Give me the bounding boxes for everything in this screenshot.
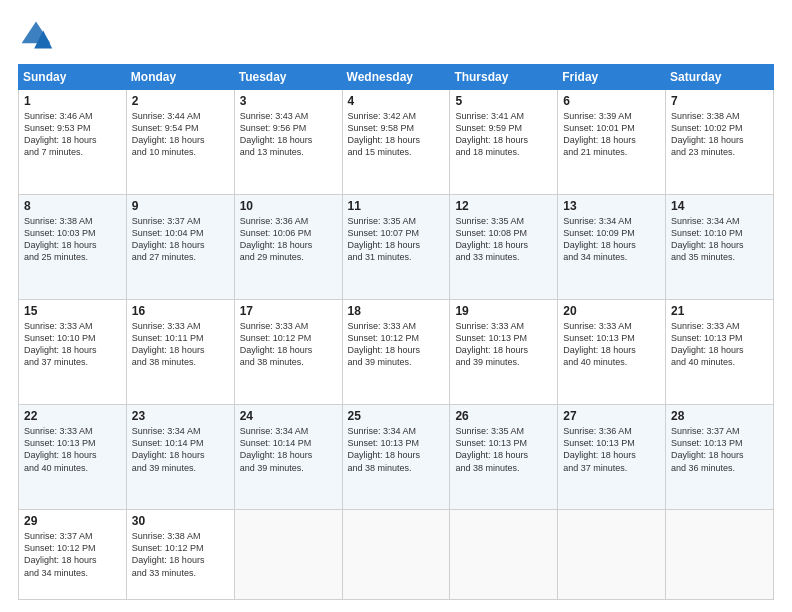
calendar-cell: 20Sunrise: 3:33 AM Sunset: 10:13 PM Dayl… <box>558 300 666 405</box>
day-detail: Sunrise: 3:44 AM Sunset: 9:54 PM Dayligh… <box>132 110 229 159</box>
calendar-cell: 17Sunrise: 3:33 AM Sunset: 10:12 PM Dayl… <box>234 300 342 405</box>
day-number: 11 <box>348 199 445 213</box>
day-detail: Sunrise: 3:35 AM Sunset: 10:13 PM Daylig… <box>455 425 552 474</box>
calendar-cell: 15Sunrise: 3:33 AM Sunset: 10:10 PM Dayl… <box>19 300 127 405</box>
day-detail: Sunrise: 3:33 AM Sunset: 10:10 PM Daylig… <box>24 320 121 369</box>
col-header-saturday: Saturday <box>666 65 774 90</box>
calendar-cell <box>342 510 450 600</box>
day-number: 6 <box>563 94 660 108</box>
day-detail: Sunrise: 3:37 AM Sunset: 10:12 PM Daylig… <box>24 530 121 579</box>
header <box>18 18 774 54</box>
calendar-cell: 14Sunrise: 3:34 AM Sunset: 10:10 PM Dayl… <box>666 195 774 300</box>
day-number: 18 <box>348 304 445 318</box>
day-number: 16 <box>132 304 229 318</box>
day-number: 24 <box>240 409 337 423</box>
calendar-cell: 22Sunrise: 3:33 AM Sunset: 10:13 PM Dayl… <box>19 405 127 510</box>
day-number: 2 <box>132 94 229 108</box>
day-number: 15 <box>24 304 121 318</box>
col-header-tuesday: Tuesday <box>234 65 342 90</box>
day-number: 13 <box>563 199 660 213</box>
calendar-cell: 29Sunrise: 3:37 AM Sunset: 10:12 PM Dayl… <box>19 510 127 600</box>
day-detail: Sunrise: 3:37 AM Sunset: 10:04 PM Daylig… <box>132 215 229 264</box>
calendar-cell: 8Sunrise: 3:38 AM Sunset: 10:03 PM Dayli… <box>19 195 127 300</box>
day-detail: Sunrise: 3:43 AM Sunset: 9:56 PM Dayligh… <box>240 110 337 159</box>
day-detail: Sunrise: 3:41 AM Sunset: 9:59 PM Dayligh… <box>455 110 552 159</box>
calendar-cell: 4Sunrise: 3:42 AM Sunset: 9:58 PM Daylig… <box>342 90 450 195</box>
day-detail: Sunrise: 3:33 AM Sunset: 10:12 PM Daylig… <box>348 320 445 369</box>
calendar-cell <box>450 510 558 600</box>
day-number: 7 <box>671 94 768 108</box>
calendar-cell: 30Sunrise: 3:38 AM Sunset: 10:12 PM Dayl… <box>126 510 234 600</box>
col-header-friday: Friday <box>558 65 666 90</box>
calendar-cell: 9Sunrise: 3:37 AM Sunset: 10:04 PM Dayli… <box>126 195 234 300</box>
calendar-cell: 28Sunrise: 3:37 AM Sunset: 10:13 PM Dayl… <box>666 405 774 510</box>
day-number: 14 <box>671 199 768 213</box>
day-detail: Sunrise: 3:38 AM Sunset: 10:03 PM Daylig… <box>24 215 121 264</box>
calendar-cell: 11Sunrise: 3:35 AM Sunset: 10:07 PM Dayl… <box>342 195 450 300</box>
day-detail: Sunrise: 3:33 AM Sunset: 10:11 PM Daylig… <box>132 320 229 369</box>
day-number: 22 <box>24 409 121 423</box>
day-number: 30 <box>132 514 229 528</box>
calendar-cell <box>234 510 342 600</box>
day-detail: Sunrise: 3:46 AM Sunset: 9:53 PM Dayligh… <box>24 110 121 159</box>
calendar-cell: 21Sunrise: 3:33 AM Sunset: 10:13 PM Dayl… <box>666 300 774 405</box>
calendar-cell: 1Sunrise: 3:46 AM Sunset: 9:53 PM Daylig… <box>19 90 127 195</box>
day-detail: Sunrise: 3:33 AM Sunset: 10:12 PM Daylig… <box>240 320 337 369</box>
logo <box>18 18 58 54</box>
page: SundayMondayTuesdayWednesdayThursdayFrid… <box>0 0 792 612</box>
calendar-cell: 13Sunrise: 3:34 AM Sunset: 10:09 PM Dayl… <box>558 195 666 300</box>
day-detail: Sunrise: 3:35 AM Sunset: 10:08 PM Daylig… <box>455 215 552 264</box>
calendar-cell: 18Sunrise: 3:33 AM Sunset: 10:12 PM Dayl… <box>342 300 450 405</box>
day-number: 21 <box>671 304 768 318</box>
col-header-wednesday: Wednesday <box>342 65 450 90</box>
day-detail: Sunrise: 3:35 AM Sunset: 10:07 PM Daylig… <box>348 215 445 264</box>
day-detail: Sunrise: 3:37 AM Sunset: 10:13 PM Daylig… <box>671 425 768 474</box>
day-number: 23 <box>132 409 229 423</box>
col-header-thursday: Thursday <box>450 65 558 90</box>
day-number: 27 <box>563 409 660 423</box>
day-number: 29 <box>24 514 121 528</box>
calendar-cell: 16Sunrise: 3:33 AM Sunset: 10:11 PM Dayl… <box>126 300 234 405</box>
day-detail: Sunrise: 3:34 AM Sunset: 10:09 PM Daylig… <box>563 215 660 264</box>
calendar-cell: 7Sunrise: 3:38 AM Sunset: 10:02 PM Dayli… <box>666 90 774 195</box>
day-number: 20 <box>563 304 660 318</box>
calendar-cell: 5Sunrise: 3:41 AM Sunset: 9:59 PM Daylig… <box>450 90 558 195</box>
calendar-cell <box>666 510 774 600</box>
day-detail: Sunrise: 3:34 AM Sunset: 10:14 PM Daylig… <box>132 425 229 474</box>
calendar-cell <box>558 510 666 600</box>
day-detail: Sunrise: 3:33 AM Sunset: 10:13 PM Daylig… <box>671 320 768 369</box>
calendar-cell: 2Sunrise: 3:44 AM Sunset: 9:54 PM Daylig… <box>126 90 234 195</box>
day-detail: Sunrise: 3:34 AM Sunset: 10:13 PM Daylig… <box>348 425 445 474</box>
calendar-table: SundayMondayTuesdayWednesdayThursdayFrid… <box>18 64 774 600</box>
calendar-cell: 6Sunrise: 3:39 AM Sunset: 10:01 PM Dayli… <box>558 90 666 195</box>
calendar-cell: 19Sunrise: 3:33 AM Sunset: 10:13 PM Dayl… <box>450 300 558 405</box>
day-detail: Sunrise: 3:33 AM Sunset: 10:13 PM Daylig… <box>455 320 552 369</box>
day-detail: Sunrise: 3:36 AM Sunset: 10:13 PM Daylig… <box>563 425 660 474</box>
day-detail: Sunrise: 3:34 AM Sunset: 10:10 PM Daylig… <box>671 215 768 264</box>
day-number: 10 <box>240 199 337 213</box>
day-number: 26 <box>455 409 552 423</box>
day-detail: Sunrise: 3:36 AM Sunset: 10:06 PM Daylig… <box>240 215 337 264</box>
calendar-cell: 26Sunrise: 3:35 AM Sunset: 10:13 PM Dayl… <box>450 405 558 510</box>
day-number: 1 <box>24 94 121 108</box>
calendar-cell: 23Sunrise: 3:34 AM Sunset: 10:14 PM Dayl… <box>126 405 234 510</box>
day-number: 8 <box>24 199 121 213</box>
calendar-cell: 25Sunrise: 3:34 AM Sunset: 10:13 PM Dayl… <box>342 405 450 510</box>
col-header-monday: Monday <box>126 65 234 90</box>
day-detail: Sunrise: 3:33 AM Sunset: 10:13 PM Daylig… <box>563 320 660 369</box>
logo-icon <box>18 18 54 54</box>
day-number: 9 <box>132 199 229 213</box>
day-detail: Sunrise: 3:38 AM Sunset: 10:12 PM Daylig… <box>132 530 229 579</box>
day-detail: Sunrise: 3:38 AM Sunset: 10:02 PM Daylig… <box>671 110 768 159</box>
day-number: 12 <box>455 199 552 213</box>
day-number: 4 <box>348 94 445 108</box>
day-number: 3 <box>240 94 337 108</box>
day-detail: Sunrise: 3:39 AM Sunset: 10:01 PM Daylig… <box>563 110 660 159</box>
calendar-cell: 27Sunrise: 3:36 AM Sunset: 10:13 PM Dayl… <box>558 405 666 510</box>
calendar-cell: 12Sunrise: 3:35 AM Sunset: 10:08 PM Dayl… <box>450 195 558 300</box>
calendar-cell: 10Sunrise: 3:36 AM Sunset: 10:06 PM Dayl… <box>234 195 342 300</box>
day-number: 25 <box>348 409 445 423</box>
day-detail: Sunrise: 3:33 AM Sunset: 10:13 PM Daylig… <box>24 425 121 474</box>
day-detail: Sunrise: 3:34 AM Sunset: 10:14 PM Daylig… <box>240 425 337 474</box>
day-detail: Sunrise: 3:42 AM Sunset: 9:58 PM Dayligh… <box>348 110 445 159</box>
